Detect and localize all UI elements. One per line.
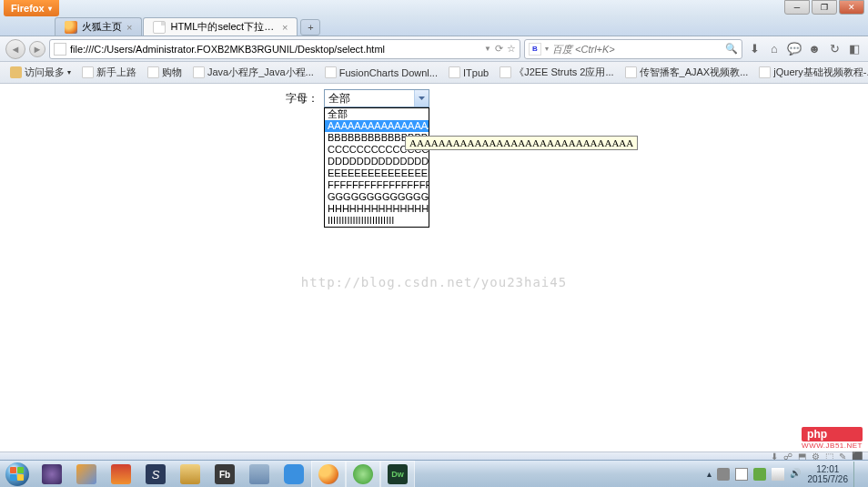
taskbar-ie[interactable]	[346, 461, 380, 487]
addon-icon[interactable]: ◧	[846, 41, 863, 57]
option-all[interactable]: 全部	[325, 108, 429, 120]
engine-dropdown-icon[interactable]: ▾	[545, 45, 549, 53]
firefox-menu-button[interactable]: Firefox	[4, 0, 59, 16]
page-icon	[193, 66, 205, 78]
bookmark-item[interactable]: jQuery基础视频教程-...	[754, 64, 868, 81]
option-tooltip: AAAAAAAAAAAAAAAAAAAAAAAAAAAAAAA	[405, 136, 638, 150]
source-badge: php WWW.JB51.NET	[802, 427, 863, 450]
watermark-text: http://blog.csdn.net/you23hai45	[0, 275, 868, 289]
addon-bar: ⬇ ☍ ⬒ ⚙ ⬚ ✎ ⬛	[0, 451, 868, 460]
cloud-icon	[284, 464, 304, 484]
page-icon	[449, 66, 460, 78]
nav-toolbar: ◄ ► ▼ ⟳ ☆ B ▾ 🔍 ⬇ ⌂ 💬 ☻ ↻ ◧	[0, 36, 868, 62]
page-icon	[82, 66, 94, 78]
taskbar-tool[interactable]	[242, 461, 277, 487]
bookmark-star-icon[interactable]: ☆	[507, 43, 516, 55]
select-dropdown-list[interactable]: 全部 AAAAAAAAAAAAAAAAAAAAAA BBBBBBBBBBBBBB…	[324, 107, 429, 228]
page-icon	[153, 21, 166, 34]
tab-firefox-home[interactable]: 火狐主页 ×	[55, 17, 142, 36]
tab-label: HTML中的select下拉框内容显示不...	[170, 20, 278, 34]
taskbar-mysql[interactable]	[173, 461, 207, 487]
taskbar-matlab[interactable]	[104, 461, 138, 487]
firefox-label: Firefox	[11, 3, 45, 14]
chat-icon[interactable]: 💬	[786, 41, 802, 57]
taskbar-firefox[interactable]	[311, 461, 346, 487]
taskbar-eclipse[interactable]	[35, 461, 69, 487]
search-icon[interactable]: 🔍	[725, 43, 738, 55]
close-tab-icon[interactable]: ×	[282, 22, 288, 33]
reload-icon[interactable]: ⟳	[495, 43, 503, 55]
show-desktop-button[interactable]	[853, 462, 861, 487]
page-icon	[500, 66, 511, 78]
dropdown-icon[interactable]: ▼	[484, 45, 491, 53]
search-bar[interactable]: B ▾ 🔍	[524, 39, 742, 59]
page-icon	[625, 66, 637, 78]
bookmark-most-visited[interactable]: 访问最多 ▾	[5, 64, 76, 81]
bookmark-item[interactable]: 传智播客_AJAX视频教...	[621, 64, 753, 81]
volume-icon[interactable]: 🔊	[790, 468, 802, 481]
bookmark-item[interactable]: ITpub	[444, 65, 493, 80]
baidu-icon: B	[529, 43, 541, 56]
form-label: 字母：	[286, 89, 318, 107]
option-i[interactable]: IIIIIIIIIIIIIIIIIIIIIIII	[325, 215, 429, 227]
tray-overflow-icon[interactable]: ▴	[707, 469, 712, 479]
home-icon[interactable]: ⌂	[766, 41, 782, 57]
page-icon	[54, 43, 66, 56]
eclipse-icon	[42, 464, 62, 484]
clock[interactable]: 12:01 2015/7/26	[808, 464, 849, 484]
option-f[interactable]: FFFFFFFFFFFFFFFFFFFFFFFF	[325, 179, 429, 191]
taskbar-cloud[interactable]	[277, 461, 311, 487]
window-titlebar: Firefox ─ ❐ ✕	[0, 0, 868, 16]
firefox-icon	[65, 21, 77, 34]
app-icon	[76, 464, 96, 484]
url-bar[interactable]: ▼ ⟳ ☆	[49, 39, 520, 59]
bookmark-item[interactable]: 新手上路	[77, 64, 141, 81]
tray-icon[interactable]	[753, 468, 766, 481]
bookmark-item[interactable]: FusionCharts Downl...	[320, 65, 442, 80]
mysql-icon	[180, 464, 200, 484]
taskbar-s-app[interactable]: S	[138, 461, 173, 487]
close-button[interactable]: ✕	[839, 0, 864, 15]
start-button[interactable]	[0, 461, 35, 488]
select-value: 全部	[325, 91, 414, 107]
letter-select[interactable]: 全部	[324, 89, 429, 107]
s-icon: S	[146, 464, 166, 484]
bookmark-item[interactable]: Java小程序_Java小程...	[188, 64, 318, 81]
option-g[interactable]: GGGGGGGGGGGGGGGGGGGGGGGG	[325, 191, 429, 203]
option-h[interactable]: HHHHHHHHHHHHHHHHHHHHHHHH	[325, 203, 429, 215]
page-icon	[759, 66, 771, 78]
cube-icon	[249, 464, 269, 484]
taskbar-dreamweaver[interactable]: Dw	[380, 461, 415, 487]
action-center-icon[interactable]	[735, 468, 748, 481]
downloads-icon[interactable]: ⬇	[746, 41, 762, 57]
tab-select-page[interactable]: HTML中的select下拉框内容显示不... ×	[143, 17, 298, 36]
firefox-icon	[318, 464, 338, 484]
system-tray: ▴ 🔊 12:01 2015/7/26	[700, 462, 869, 487]
page-icon	[325, 66, 337, 78]
taskbar-flash[interactable]: Fb	[207, 461, 242, 487]
bookmark-item[interactable]: 购物	[143, 64, 187, 81]
tray-icon[interactable]	[717, 468, 730, 481]
network-icon[interactable]	[772, 468, 784, 481]
chevron-down-icon	[419, 96, 425, 100]
option-e[interactable]: EEEEEEEEEEEEEEEEEEEEEEEE	[325, 167, 429, 179]
forward-button[interactable]: ►	[29, 41, 45, 57]
tab-label: 火狐主页	[82, 20, 122, 34]
option-a[interactable]: AAAAAAAAAAAAAAAAAAAAAA	[325, 120, 429, 132]
taskbar-app[interactable]	[69, 461, 104, 487]
windows-taskbar: S Fb Dw ▴ 🔊 12:01 2015/7/26	[0, 460, 868, 487]
back-button[interactable]: ◄	[5, 39, 25, 59]
bookmark-item[interactable]: 《J2EE Struts 2应用...	[495, 64, 618, 81]
feedback-icon[interactable]: ☻	[806, 41, 823, 57]
sync-icon[interactable]: ↻	[826, 41, 843, 57]
maximize-button[interactable]: ❐	[812, 0, 837, 15]
page-icon	[147, 66, 159, 78]
minimize-button[interactable]: ─	[784, 0, 810, 15]
option-d[interactable]: DDDDDDDDDDDDDDDDDDDDDDDD	[325, 156, 429, 167]
url-input[interactable]	[70, 44, 480, 55]
select-dropdown-button[interactable]	[414, 90, 429, 107]
search-input[interactable]	[552, 44, 722, 55]
close-tab-icon[interactable]: ×	[126, 22, 132, 33]
new-tab-button[interactable]: +	[300, 19, 320, 36]
date-text: 2015/7/26	[808, 474, 849, 484]
